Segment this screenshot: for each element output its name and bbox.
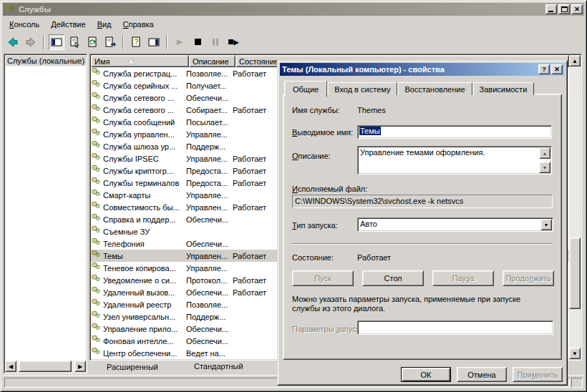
list-vertical-scrollbar[interactable]: ▲ ▼ [569,55,581,359]
scroll-right-button[interactable]: ▶ [74,361,86,372]
service-name: Телефония [103,240,145,248]
scroll-up-button[interactable]: ▲ [539,147,550,159]
service-name: Служба сетевого ... [103,106,174,114]
tab-standard[interactable]: Стандартный [181,361,271,373]
service-gear-icon: ⚙⚙ [91,80,103,91]
service-description: Получает... [186,82,233,90]
action-pane-toggle-button[interactable] [146,34,162,50]
back-button[interactable] [5,34,21,50]
dialog-help-button[interactable]: ? [538,64,550,74]
menu-help[interactable]: Справка [117,19,160,30]
menu-view[interactable]: Вид [92,19,117,30]
help-button[interactable]: ? [128,34,144,50]
binary-path-label: Исполняемый файл: [292,185,367,193]
scrollbar-thumb[interactable] [569,237,581,309]
refresh-button[interactable] [84,34,100,50]
restart-service-button[interactable]: ▶ [225,34,241,50]
startup-type-combobox[interactable]: Авто ▼ [357,217,553,232]
properties-icon [69,36,80,48]
service-description: Обеспечи... [186,215,233,224]
status-label: Состояние: [292,253,334,262]
service-gear-icon: ⚙⚙ [91,275,103,285]
service-gear-icon: ⚙⚙ [91,129,103,139]
tab-recovery[interactable]: Восстановление [397,82,472,95]
tab-dependencies[interactable]: Зависимости [472,82,535,95]
console-tree-icon [51,36,62,48]
startup-params-label: Параметры запуска: [292,325,367,333]
separator [292,243,553,245]
dialog-tab-strip: Общие Вход в систему Восстановление Зави… [284,79,534,95]
pause-button[interactable]: Пауза [432,270,494,286]
scroll-down-button[interactable]: ▼ [539,162,550,173]
service-name: Съемные ЗУ [103,227,150,236]
service-gear-icon: ⚙⚙ [91,190,103,200]
tree-horizontal-scrollbar[interactable]: ◀ ▶ [5,361,86,372]
menu-bar: Консоль Действие Вид Справка [4,17,583,31]
resume-button[interactable]: Продолжить [503,270,554,286]
scroll-left-button[interactable]: ◀ [5,361,16,372]
service-name: Темы [103,252,123,260]
stop-button[interactable]: Стоп [362,270,424,286]
service-name: Служба сетевого ... [103,94,174,102]
apply-button[interactable]: Применить [513,367,563,382]
console-tree-toggle-button[interactable] [49,34,64,50]
window-titlebar[interactable]: ⚙⚙ Службы ✕ [3,3,584,16]
service-description: Управляе... [186,191,233,200]
themes-properties-dialog: Темы (Локальный компьютер) - свойства ? … [277,60,568,386]
service-name: Служба серийных ... [103,82,178,90]
service-description: Собирает... [186,106,233,114]
maximize-icon [561,6,568,12]
maximize-button[interactable] [558,4,570,14]
service-description: Поддерж... [186,313,233,321]
scroll-up-button[interactable]: ▲ [569,55,581,67]
column-header-name[interactable]: Имя [91,55,189,67]
cancel-button[interactable]: Отмена [457,367,507,382]
back-arrow-icon [7,36,19,48]
binary-path-field[interactable]: C:\WINDOWS\System32\svchost.exe -k netsv… [292,195,553,208]
start-button[interactable]: Пуск [292,270,354,286]
tab-logon[interactable]: Вход в систему [327,82,397,95]
description-field[interactable]: Управление темами оформления. ▲ ▼ [357,146,552,175]
scroll-down-button[interactable]: ▼ [569,348,581,359]
status-value: Работает [357,253,391,262]
tree-item-services-local[interactable]: Службы (локальные) [6,56,86,66]
service-gear-icon: ⚙⚙ [91,68,103,79]
export-list-button[interactable] [102,34,118,50]
service-gear-icon: ⚙⚙ [91,311,103,322]
service-gear-icon: ⚙⚙ [91,250,103,261]
service-gear-icon: ⚙⚙ [91,335,103,346]
service-description: Управлен... [186,203,233,212]
column-header-description[interactable]: Описание [189,55,236,67]
tab-general[interactable]: Общие [284,81,327,97]
service-description: Управляе... [186,264,233,273]
dialog-close-button[interactable]: ✕ [551,64,563,74]
service-name: Центр обеспечени... [103,349,177,358]
properties-button[interactable] [67,34,82,50]
dialog-titlebar[interactable]: Темы (Локальный компьютер) - свойства ? … [280,63,565,76]
stop-service-button[interactable] [190,34,205,50]
service-gear-icon: ⚙⚙ [91,348,103,358]
combobox-dropdown-button[interactable]: ▼ [540,219,552,230]
minimize-button[interactable] [545,4,557,14]
service-gear-icon: ⚙⚙ [91,323,103,334]
service-description: Управлен... [186,252,233,260]
service-name: Службы IPSEC [103,155,159,163]
close-button[interactable]: ✕ [571,4,583,14]
ok-button[interactable]: ОК [401,367,451,382]
service-name: Служба сообщений [103,118,175,127]
close-icon: ✕ [554,66,560,73]
scrollbar-thumb[interactable] [19,361,72,372]
resize-grip[interactable] [571,378,583,388]
service-gear-icon: ⚙⚙ [91,226,103,237]
menu-console[interactable]: Консоль [4,19,45,30]
service-name: Служба управлен... [103,130,175,139]
menu-action[interactable]: Действие [45,19,91,30]
display-name-field[interactable]: Темы [357,125,552,139]
service-name: Совместимость бы... [103,203,180,212]
forward-button[interactable] [23,34,39,50]
tab-extended[interactable]: Расширенный [94,361,181,373]
service-gear-icon: ⚙⚙ [91,287,103,298]
pause-service-button[interactable] [208,34,223,50]
start-service-button[interactable]: ▶ [172,34,188,50]
startup-params-input[interactable] [357,320,553,335]
